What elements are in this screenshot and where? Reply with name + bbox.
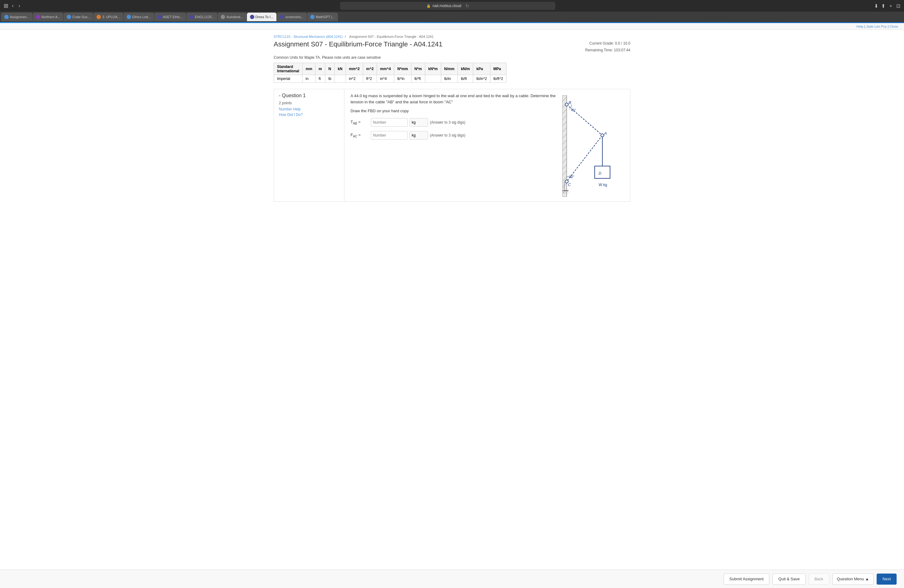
tab-favicon-5 [157,15,162,19]
tabs-overview-icon[interactable]: ⊡ [896,3,900,9]
tab-label-0: Assignmen... [10,15,30,19]
diagram-area: B A C D W kg 45° 30° [563,93,624,198]
f-ac-number-input[interactable] [371,131,408,140]
submit-assignment-button[interactable]: Submit Assignment [724,574,769,583]
units-header-mm: mm [303,63,316,75]
tab-6[interactable]: ENGL1125... [186,13,218,21]
tab-10[interactable]: MathGPT |... [307,13,338,21]
reload-icon[interactable]: ↻ [466,3,469,8]
question-sidebar: - Question 1 2 points Number Help How Di… [273,89,345,202]
svg-text:45°: 45° [571,108,576,112]
back-button[interactable]: ‹ [11,2,15,10]
tab-4[interactable]: Ethics Lett... [123,13,154,21]
number-help-link[interactable]: Number Help [279,107,339,111]
t-ab-number-input[interactable] [371,118,408,127]
imperial-lbft2: lb/ft [458,75,473,83]
download-icon[interactable]: ⬇ [874,3,878,9]
units-header-Nmm2: N/mm [441,63,458,75]
imperial-lb: lb [325,75,335,83]
force-diagram-svg: B A C D W kg 45° 30° [563,95,618,197]
quit-save-button[interactable]: Quit & Save [773,574,805,583]
close-link[interactable]: Close [890,25,898,28]
tab-7[interactable]: Autodesk... [218,13,246,21]
tab-favicon-0 [4,15,9,19]
question-text: A 44.0 kg mass is suspended by a boom hi… [351,93,563,105]
units-header-label: StandardInternational [274,63,303,75]
tab-8[interactable]: Dress To I... [247,13,277,21]
url-text: nait.mobius.cloud [433,4,461,8]
lock-icon: 🔒 [427,4,431,8]
bottom-toolbar: Submit Assignment Quit & Save Back Quest… [0,569,904,582]
units-header-kPa: kPa [473,63,490,75]
tab-label-10: MathGPT |... [316,15,335,19]
tab-9[interactable]: screensho... [277,13,307,21]
imperial-empty1 [335,75,346,83]
imperial-in: in [303,75,316,83]
f-ac-answer-hint: (Answer to 3 sig digs) [430,133,465,138]
tab-favicon-8 [250,15,254,19]
tab-3[interactable]: 3. UPLOA... [93,13,123,21]
breadcrumb-course[interactable]: STRC1115 - Structural Mechanics (A04.124… [273,35,343,38]
units-header-m2: m^2 [363,63,377,75]
share-icon[interactable]: ⬆ [881,3,885,9]
breadcrumb: STRC1115 - Structural Mechanics (A04.124… [273,35,631,38]
question-number: Question 1 [282,93,306,98]
address-bar[interactable]: 🔒 nait.mobius.cloud ↻ [340,2,555,10]
tab-label-1: Northern A... [41,15,60,19]
imperial-ft: ft [316,75,325,83]
svg-rect-20 [595,166,610,179]
tab-label-7: Autodesk... [226,15,243,19]
tab-5[interactable]: ASET Ethic... [154,13,186,21]
svg-text:C: C [568,182,571,187]
tab-1[interactable]: Northern A... [33,13,64,21]
units-note: Common Units for Maple TA. Please note u… [273,55,631,60]
question-main: A 44.0 kg mass is suspended by a boom hi… [345,89,631,202]
tab-favicon-2 [67,15,71,19]
svg-text:A: A [604,131,607,136]
units-header-Nmm: N*mm [394,63,411,75]
imperial-lbft: lb*ft [411,75,425,83]
tab-0[interactable]: Assignmen... [1,13,33,21]
tab-label-4: Ethics Lett... [132,15,151,19]
imperial-ft2: ft^2 [363,75,377,83]
units-header-kN: kN [335,63,346,75]
page-title: Assignment S07 - Equilibrium-Force Trian… [273,40,443,48]
units-header-mm4: mm^4 [377,63,394,75]
forward-button[interactable]: › [17,2,21,10]
tab-favicon-4 [127,15,131,19]
grade-info: Current Grade: 0.0 / 10.0 [589,41,631,46]
help-link[interactable]: Help [857,25,863,28]
imperial-lbin: lb*in [394,75,411,83]
sidebar-toggle-icon[interactable]: ⊞ [4,2,8,9]
imperial-label: Imperial [274,75,303,83]
question-content: A 44.0 kg mass is suspended by a boom hi… [351,93,563,198]
svg-text:D: D [599,171,601,175]
user-link[interactable]: Jade Lee Poy [866,25,887,28]
tab-2[interactable]: Crate Sus... [64,13,93,21]
svg-line-35 [567,191,569,193]
how-did-i-do-link[interactable]: How Did I Do? [279,112,339,117]
imperial-lbft3: lb/ft^2 [490,75,506,83]
tab-label-2: Crate Sus... [72,15,90,19]
back-button-toolbar[interactable]: Back [809,574,829,583]
t-ab-label: TAB = [351,120,369,125]
units-header-Nm: N*m [411,63,425,75]
draw-fbd-text: Draw the FBD on your hard copy [351,109,563,113]
svg-text:30°: 30° [569,175,574,179]
page-wrapper: STRC1115 - Structural Mechanics (A04.124… [0,30,904,582]
next-button[interactable]: Next [877,574,897,583]
points-label: 2 points [279,101,339,105]
svg-text:B: B [569,100,571,105]
units-header-kNm2: kN/m [458,63,473,75]
svg-text:W kg: W kg [599,183,607,187]
units-header-kNm: kN*m [425,63,441,75]
tab-label-5: ASET Ethic... [163,15,183,19]
new-tab-icon[interactable]: ＋ [888,3,893,9]
imperial-lbin2: lb/in [441,75,458,83]
question-menu-button[interactable]: Question Menu ▲ [832,574,874,583]
tab-favicon-9 [280,15,284,19]
tab-favicon-1 [36,15,40,19]
units-header-m: m [316,63,325,75]
tab-label-3: 3. UPLOA... [102,15,120,19]
imperial-in2: in^2 [346,75,363,83]
